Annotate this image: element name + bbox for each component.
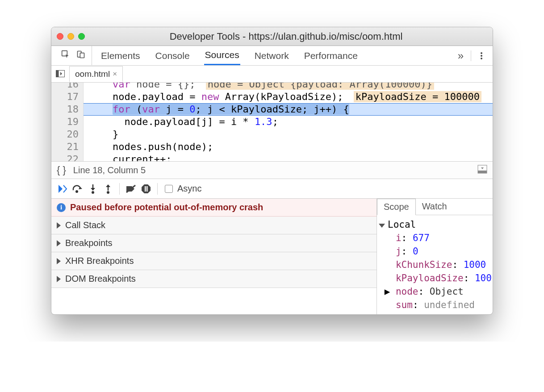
- pretty-print-icon[interactable]: { }: [57, 164, 66, 176]
- async-checkbox[interactable]: Async: [165, 183, 201, 194]
- svg-point-11: [107, 191, 109, 194]
- source-status-bar: { } Line 18, Column 5: [51, 161, 493, 179]
- titlebar: Developer Tools - https://ulan.github.io…: [51, 27, 493, 46]
- source-code-view[interactable]: 16 var node = {}; node = Object {payload…: [51, 83, 493, 161]
- close-tab-icon[interactable]: ×: [113, 70, 117, 79]
- code-line-22[interactable]: 22 current++;: [51, 153, 493, 161]
- debugger-left-pane: i Paused before potential out-of-memory …: [51, 199, 377, 314]
- line-number[interactable]: 19: [51, 116, 84, 128]
- disclosure-triangle-icon: [57, 240, 61, 246]
- close-window-button[interactable]: [57, 33, 63, 40]
- disclosure-triangle-icon: [57, 222, 61, 229]
- drawer-toggle-icon[interactable]: [477, 165, 487, 176]
- svg-point-7: [75, 190, 78, 193]
- debugger-toolbar: Async: [51, 179, 493, 199]
- code-line-16[interactable]: 16 var node = {}; node = Object {payload…: [51, 83, 493, 91]
- svg-point-9: [92, 191, 94, 194]
- checkbox-icon: [165, 185, 173, 193]
- async-label: Async: [177, 183, 201, 194]
- pause-message-text: Paused before potential out-of-memory cr…: [70, 202, 263, 213]
- device-toggle-icon[interactable]: [76, 50, 85, 62]
- scope-group-local[interactable]: Local: [379, 218, 490, 231]
- step-over-button[interactable]: [70, 181, 85, 196]
- window-controls: [57, 33, 85, 40]
- svg-rect-2: [80, 53, 84, 58]
- cursor-position-label: Line 18, Column 5: [73, 165, 146, 175]
- tab-performance[interactable]: Performance: [303, 47, 359, 65]
- tab-elements[interactable]: Elements: [100, 47, 141, 65]
- svg-rect-4: [56, 70, 59, 77]
- code-line-18[interactable]: 18 for (var j = 0; j < kPayloadSize; j++…: [51, 103, 493, 116]
- zoom-window-button[interactable]: [78, 33, 85, 40]
- tab-sources[interactable]: Sources: [204, 46, 240, 65]
- code-line-19[interactable]: 19 node.payload[j] = i * 1.3;: [51, 116, 493, 128]
- deactivate-breakpoints-button[interactable]: [123, 181, 138, 196]
- scope-tab-scope[interactable]: Scope: [377, 199, 416, 215]
- section-breakpoints[interactable]: Breakpoints: [51, 234, 377, 252]
- resume-button[interactable]: [55, 181, 70, 196]
- inspect-element-icon[interactable]: [61, 50, 70, 62]
- inline-value-hint: node = Object {payload: Array(100000)}: [206, 83, 434, 90]
- more-tabs-button[interactable]: »: [458, 50, 464, 62]
- svg-rect-6: [478, 171, 487, 173]
- scope-var-i[interactable]: i: 677: [379, 231, 490, 245]
- sources-file-tabs: oom.html ×: [51, 66, 493, 83]
- section-xhr-breakpoints[interactable]: XHR Breakpoints: [51, 252, 377, 270]
- code-line-20[interactable]: 20 }: [51, 128, 493, 141]
- svg-rect-14: [145, 186, 146, 192]
- disclosure-triangle-icon: [57, 276, 61, 282]
- disclosure-triangle-icon: [57, 258, 61, 264]
- scope-tab-watch[interactable]: Watch: [416, 199, 453, 215]
- scope-var-kPayloadSize[interactable]: kPayloadSize: 100: [379, 271, 490, 285]
- minimize-window-button[interactable]: [67, 33, 74, 40]
- window-title: Developer Tools - https://ulan.github.io…: [85, 31, 487, 42]
- scope-var-sum[interactable]: sum: undefined: [379, 298, 490, 312]
- file-tab-oom-html[interactable]: oom.html ×: [69, 66, 123, 82]
- debugger-right-pane: ScopeWatch Local i: 677 j: 0 kChunkSize:…: [377, 199, 493, 314]
- pause-message-banner: i Paused before potential out-of-memory …: [51, 199, 377, 217]
- svg-rect-15: [146, 186, 148, 192]
- line-number[interactable]: 22: [51, 153, 84, 161]
- code-line-21[interactable]: 21 nodes.push(node);: [51, 141, 493, 153]
- scope-var-node[interactable]: ▶ node: Object: [379, 285, 490, 298]
- inline-value-hint: kPayloadSize = 100000: [354, 91, 481, 102]
- kebab-menu-icon[interactable]: [478, 51, 485, 60]
- devtools-toolbar: ElementsConsoleSourcesNetworkPerformance…: [51, 46, 493, 66]
- line-number[interactable]: 20: [51, 128, 84, 141]
- step-into-button[interactable]: [85, 181, 100, 196]
- svg-marker-13: [142, 184, 151, 193]
- section-call-stack[interactable]: Call Stack: [51, 217, 377, 234]
- pause-on-exceptions-button[interactable]: [138, 181, 154, 196]
- tab-console[interactable]: Console: [155, 47, 191, 65]
- line-number[interactable]: 21: [51, 141, 84, 153]
- line-number[interactable]: 17: [51, 91, 84, 103]
- scope-var-j[interactable]: j: 0: [379, 245, 490, 258]
- scope-var-kChunkSize[interactable]: kChunkSize: 1000: [379, 258, 490, 271]
- section-dom-breakpoints[interactable]: DOM Breakpoints: [51, 270, 377, 288]
- tab-network[interactable]: Network: [254, 47, 290, 65]
- step-out-button[interactable]: [100, 181, 116, 196]
- line-number[interactable]: 18: [51, 103, 84, 116]
- debugger-lower-panes: i Paused before potential out-of-memory …: [51, 199, 493, 314]
- line-number[interactable]: 16: [51, 83, 84, 91]
- info-icon: i: [57, 203, 66, 212]
- show-navigator-icon[interactable]: [51, 68, 69, 80]
- devtools-window: Developer Tools - https://ulan.github.io…: [51, 27, 493, 315]
- code-line-17[interactable]: 17 node.payload = new Array(kPayloadSize…: [51, 91, 493, 103]
- file-tab-label: oom.html: [75, 69, 110, 79]
- scope-variables: Local i: 677 j: 0 kChunkSize: 1000 kPayl…: [377, 215, 493, 314]
